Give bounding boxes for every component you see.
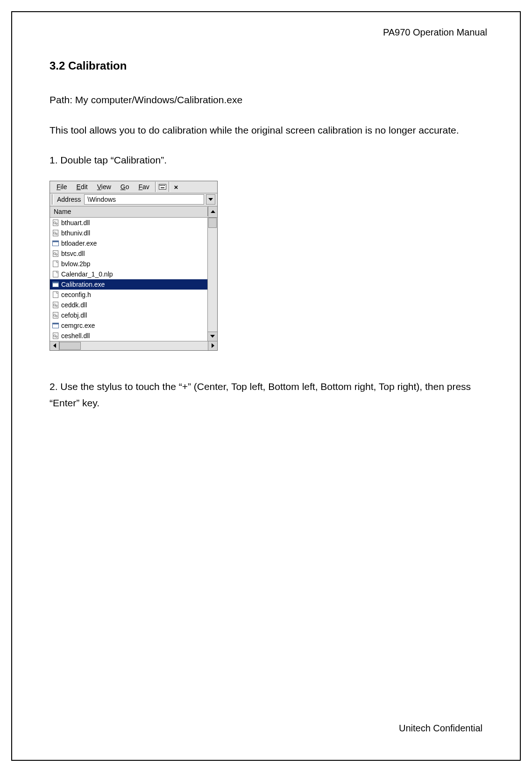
keyboard-icon[interactable]: [157, 182, 168, 192]
generic-file-icon: [52, 270, 59, 278]
svg-rect-2: [161, 185, 162, 186]
address-input[interactable]: \Windows: [84, 194, 204, 205]
file-name: cefobj.dll: [61, 312, 87, 319]
column-header-row: Name: [50, 206, 217, 218]
menu-edit[interactable]: Edit: [72, 182, 92, 191]
menubar-separator-2: [169, 182, 170, 192]
file-row[interactable]: cemgrc.exe: [50, 320, 207, 331]
svg-rect-20: [53, 271, 58, 277]
page-frame: PA970 Operation Manual 3.2 Calibration P…: [11, 11, 521, 761]
file-list-area: bthuart.dllbthuniv.dllbtloader.exebtsvc.…: [50, 218, 217, 341]
svg-rect-23: [53, 291, 58, 297]
generic-file-icon: [52, 291, 59, 298]
menu-go-rest: o: [126, 183, 129, 191]
vscroll-track[interactable]: [208, 218, 217, 332]
file-name: bthuart.dll: [61, 219, 90, 227]
vscroll-thumb[interactable]: [208, 218, 217, 228]
step-2: 2. Use the stylus to touch the “+” (Cent…: [50, 379, 482, 411]
vertical-scrollbar[interactable]: [208, 218, 217, 341]
file-list[interactable]: bthuart.dllbthuniv.dllbtloader.exebtsvc.…: [50, 218, 208, 341]
address-dropdown-button[interactable]: [206, 194, 215, 205]
hscroll-track[interactable]: [59, 341, 208, 350]
file-row[interactable]: btloader.exe: [50, 238, 207, 248]
close-icon[interactable]: ×: [171, 182, 181, 192]
svg-rect-4: [164, 185, 165, 186]
file-name: ceconfig.h: [61, 291, 91, 298]
scroll-left-button[interactable]: [50, 341, 59, 350]
horizontal-scrollbar[interactable]: [50, 341, 217, 350]
file-name: Calendar_1_0.nlp: [61, 270, 113, 278]
dll-file-icon: [52, 219, 59, 227]
svg-marker-35: [210, 335, 215, 338]
menu-edit-rest: dit: [81, 183, 88, 191]
file-name: bvlow.2bp: [61, 260, 90, 268]
intro-text: This tool allows you to do calibration w…: [50, 122, 482, 139]
dll-file-icon: [52, 229, 59, 237]
exe-file-icon: [52, 281, 59, 288]
file-row[interactable]: ceshell.dll: [50, 331, 207, 341]
file-row[interactable]: bthuart.dll: [50, 218, 207, 228]
svg-rect-1: [160, 185, 161, 186]
scroll-up-button[interactable]: [208, 206, 217, 217]
menu-view[interactable]: View: [92, 182, 116, 191]
file-row[interactable]: cefobj.dll: [50, 310, 207, 320]
menubar: File Edit View Go Fav ×: [50, 181, 217, 193]
exe-file-icon: [52, 322, 59, 329]
hscroll-thumb[interactable]: [59, 342, 81, 350]
path-line: Path: My computer/Windows/Calibration.ex…: [50, 92, 482, 108]
step-1: 1. Double tap “Calibration”.: [50, 152, 482, 169]
file-explorer-window: File Edit View Go Fav × Address \Windows…: [50, 181, 218, 351]
section-title: 3.2 Calibration: [50, 59, 482, 72]
svg-marker-37: [212, 343, 214, 348]
file-name: cemgrc.exe: [61, 322, 95, 329]
file-name: btloader.exe: [61, 240, 97, 247]
file-row[interactable]: ceddk.dll: [50, 300, 207, 310]
generic-file-icon: [52, 260, 59, 268]
menu-view-rest: iew: [101, 183, 111, 191]
menu-file[interactable]: File: [52, 182, 72, 191]
dll-file-icon: [52, 250, 59, 257]
menubar-separator: [155, 182, 156, 192]
file-row[interactable]: bthuniv.dll: [50, 228, 207, 238]
menu-fav-rest: av: [142, 183, 149, 191]
file-name: btsvc.dll: [61, 250, 85, 257]
scroll-right-button[interactable]: [208, 341, 217, 350]
menu-file-rest: ile: [61, 183, 67, 191]
svg-rect-15: [53, 241, 59, 242]
svg-marker-6: [208, 198, 213, 201]
file-name: bthuniv.dll: [61, 229, 90, 237]
svg-rect-31: [53, 323, 59, 324]
file-row[interactable]: ceconfig.h: [50, 290, 207, 300]
menu-go[interactable]: Go: [116, 182, 134, 191]
address-bar: Address \Windows: [50, 193, 217, 206]
address-grip[interactable]: [52, 194, 54, 205]
dll-file-icon: [52, 312, 59, 319]
svg-marker-36: [53, 343, 56, 348]
scroll-down-button[interactable]: [208, 332, 217, 341]
exe-file-icon: [52, 240, 59, 247]
column-header-name[interactable]: Name: [50, 207, 208, 216]
menu-fav[interactable]: Fav: [134, 182, 154, 191]
svg-rect-5: [161, 187, 164, 188]
doc-title: PA970 Operation Manual: [50, 27, 487, 38]
file-row[interactable]: Calendar_1_0.nlp: [50, 269, 207, 279]
address-label: Address: [56, 196, 82, 203]
file-row[interactable]: Calibration.exe: [50, 279, 207, 290]
svg-marker-7: [211, 210, 215, 213]
svg-rect-22: [53, 282, 59, 283]
footer-text: Unitech Confidential: [399, 723, 482, 734]
file-name: ceddk.dll: [61, 301, 87, 309]
dll-file-icon: [52, 332, 59, 340]
file-name: ceshell.dll: [61, 332, 90, 340]
svg-rect-19: [53, 261, 58, 267]
dll-file-icon: [52, 301, 59, 309]
file-row[interactable]: btsvc.dll: [50, 248, 207, 259]
file-row[interactable]: bvlow.2bp: [50, 259, 207, 269]
svg-rect-3: [163, 185, 163, 186]
file-name: Calibration.exe: [61, 281, 105, 288]
